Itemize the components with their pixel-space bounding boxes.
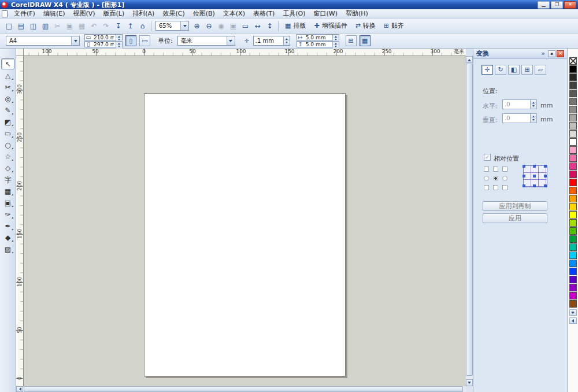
palette-flyout-button[interactable]: [569, 317, 577, 324]
redo-icon[interactable]: ↷: [100, 20, 112, 32]
zoom-out-icon[interactable]: ⊖: [203, 20, 215, 32]
color-swatch[interactable]: [569, 284, 577, 291]
transform-position-button[interactable]: ✛: [481, 65, 493, 75]
maximize-button[interactable]: [551, 1, 563, 9]
menu-window[interactable]: 窗口(W): [310, 9, 342, 19]
color-swatch[interactable]: [569, 57, 577, 65]
color-swatch[interactable]: [569, 162, 577, 170]
paper-size-combo[interactable]: A4: [6, 36, 80, 46]
options-button[interactable]: ▦: [360, 35, 370, 46]
zoom-page-icon[interactable]: ▭: [239, 20, 251, 32]
anchor-top-left[interactable]: [484, 167, 489, 172]
print-icon[interactable]: ▥: [39, 20, 51, 32]
copy-icon[interactable]: ▣: [64, 20, 76, 32]
chevron-down-icon[interactable]: [227, 36, 235, 45]
basic-shapes-tool[interactable]: ◇: [1, 162, 14, 173]
zoom-tool[interactable]: ◎: [1, 93, 14, 104]
color-swatch[interactable]: [569, 146, 577, 154]
apply-button[interactable]: 应用: [483, 213, 547, 223]
duplicate-x-field[interactable]: ↦: [297, 34, 339, 40]
zoom-level-combo[interactable]: 65%: [155, 21, 189, 31]
convert-button[interactable]: ⇄ 转换: [351, 20, 380, 32]
color-swatch[interactable]: [569, 243, 577, 251]
vertical-scrollbar[interactable]: [466, 56, 473, 386]
spinner[interactable]: [530, 100, 536, 109]
color-swatch[interactable]: [569, 268, 577, 275]
scroll-down-button[interactable]: [466, 379, 473, 386]
anchor-top-center[interactable]: [493, 167, 498, 172]
apply-to-duplicate-button[interactable]: 应用到再制: [483, 201, 547, 211]
color-swatch[interactable]: [569, 276, 577, 283]
paste-icon[interactable]: ▦: [76, 20, 88, 32]
color-swatch[interactable]: [569, 154, 577, 162]
menu-text[interactable]: 文本(X): [219, 9, 249, 19]
spinner[interactable]: [283, 36, 290, 45]
anchor-center[interactable]: [493, 176, 498, 181]
new-document-icon[interactable]: □: [3, 20, 15, 32]
minimize-button[interactable]: [538, 1, 550, 9]
menu-bitmaps[interactable]: 位图(B): [189, 9, 219, 19]
color-swatch[interactable]: [569, 187, 577, 194]
crop-tool[interactable]: ✂: [1, 82, 14, 93]
vertical-field[interactable]: [502, 113, 537, 123]
color-swatch[interactable]: [569, 122, 577, 130]
chevron-down-icon[interactable]: [180, 21, 188, 30]
color-swatch[interactable]: [569, 73, 577, 81]
smart-fill-tool[interactable]: ◩: [1, 116, 14, 127]
menu-help[interactable]: 帮助(H): [342, 9, 372, 19]
zoom-page-height-icon[interactable]: ↕: [264, 20, 276, 32]
landscape-button[interactable]: ▭: [139, 35, 150, 46]
chevron-down-icon[interactable]: [71, 36, 79, 45]
polygon-tool[interactable]: ☆: [1, 151, 14, 162]
transform-scale-mirror-button[interactable]: ◧: [508, 65, 520, 75]
blend-tool[interactable]: ▣: [1, 197, 14, 208]
imposition-button[interactable]: ▦ 排版: [281, 20, 310, 32]
anchor-bottom-center[interactable]: [493, 185, 498, 190]
color-swatch[interactable]: [569, 195, 577, 202]
fill-tool[interactable]: ◆: [1, 232, 14, 243]
vertical-scroll-thumb[interactable]: [466, 64, 473, 376]
rectangle-tool[interactable]: ▭: [1, 128, 14, 139]
cut-icon[interactable]: ✂: [51, 20, 64, 32]
close-button[interactable]: [564, 1, 576, 9]
scroll-up-button[interactable]: [466, 56, 473, 63]
color-swatch[interactable]: [569, 138, 577, 146]
anchor-bottom-right[interactable]: [502, 185, 507, 190]
table-tool[interactable]: ▦: [1, 186, 14, 197]
zoom-all-objects-icon[interactable]: ▣: [227, 20, 239, 32]
menu-view[interactable]: 视图(V): [69, 9, 99, 19]
zoom-selected-icon[interactable]: ◉: [215, 20, 227, 32]
undo-icon[interactable]: ↶: [88, 20, 100, 32]
units-combo[interactable]: 毫米: [177, 36, 235, 46]
interactive-fill-tool[interactable]: ▨: [1, 243, 14, 254]
outline-tool[interactable]: ✒: [1, 220, 14, 231]
snap-button[interactable]: ⊞ 贴齐: [380, 20, 408, 32]
color-swatch[interactable]: [569, 211, 577, 219]
anchor-bottom-left[interactable]: [484, 185, 489, 190]
menu-arrange[interactable]: 排列(A): [128, 9, 158, 19]
vertical-ruler[interactable]: 300250200150100500: [16, 56, 24, 386]
pick-tool[interactable]: ↖: [1, 58, 14, 69]
scroll-left-button[interactable]: [16, 386, 23, 392]
color-swatch[interactable]: [569, 106, 577, 113]
export-icon[interactable]: ↥: [124, 20, 136, 32]
spinner[interactable]: [116, 42, 122, 47]
color-swatch[interactable]: [569, 260, 577, 267]
menu-edit[interactable]: 编辑(E): [39, 9, 69, 19]
duplicate-y-field[interactable]: ↥: [297, 41, 339, 47]
paper-width-input[interactable]: [92, 35, 116, 40]
vertical-input[interactable]: [503, 115, 530, 121]
color-swatch[interactable]: [569, 171, 577, 178]
duplicate-x-input[interactable]: [304, 35, 332, 40]
horizontal-scrollbar[interactable]: [16, 386, 473, 392]
horizontal-scroll-thumb[interactable]: [24, 386, 463, 392]
nudge-offset-field[interactable]: [253, 36, 290, 46]
menu-layout[interactable]: 版面(L): [99, 9, 129, 19]
color-swatch[interactable]: [569, 252, 577, 259]
freehand-tool[interactable]: ✎: [1, 105, 14, 116]
color-swatch[interactable]: [569, 227, 577, 235]
nudge-offset-input[interactable]: [254, 38, 283, 44]
save-icon[interactable]: ◫: [27, 20, 39, 32]
eyedropper-tool[interactable]: ✑: [1, 209, 14, 220]
docker-more-button[interactable]: »: [539, 50, 547, 57]
